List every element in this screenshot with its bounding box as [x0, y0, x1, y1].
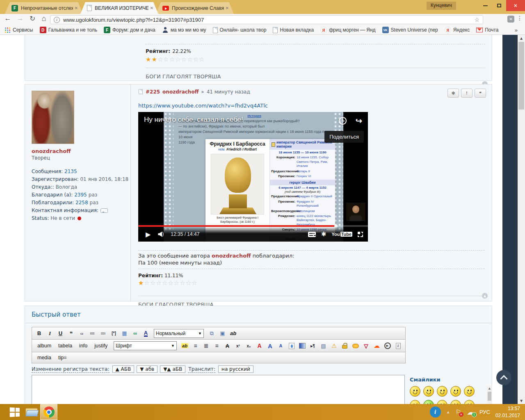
underline-icon[interactable]: U: [55, 329, 66, 338]
smiley-evil[interactable]: [410, 400, 420, 404]
case-button[interactable]: ▲ АБВ: [112, 365, 135, 373]
case-button[interactable]: ▼ абв: [137, 365, 158, 373]
bookmark-item[interactable]: фриц морген — Янд: [320, 27, 375, 33]
page-info-icon[interactable]: i: [54, 17, 60, 23]
close-button[interactable]: ✕: [506, 0, 525, 11]
italic-icon[interactable]: I: [45, 329, 55, 338]
align-right-icon[interactable]: ≡: [212, 341, 222, 351]
rating-star-icon[interactable]: ☆: [192, 279, 197, 287]
page-scrollbar[interactable]: ▲ ▼: [518, 35, 525, 404]
bookmark-item[interactable]: Новая вкладка: [273, 27, 314, 33]
browser-profile-badge[interactable]: Кунцевич: [427, 2, 456, 10]
scrollbar-up-arrow[interactable]: ▲: [518, 35, 525, 41]
smiley-rolleyes[interactable]: [450, 386, 461, 397]
browser-tab[interactable]: Происхождение Славян✕: [156, 2, 234, 14]
rating-star-icon[interactable]: ☆: [162, 279, 168, 287]
smiley-wink[interactable]: [464, 386, 475, 397]
highlight-icon[interactable]: ab: [180, 341, 190, 351]
link-icon[interactable]: ∞: [130, 329, 140, 338]
back-button[interactable]: ←: [2, 14, 13, 23]
thanks-author-link[interactable]: onozdrachoff: [212, 253, 251, 259]
smiley-green[interactable]: [423, 400, 434, 404]
bookmark-item[interactable]: Почта: [476, 27, 498, 33]
browser-tab[interactable]: Непрочитанные отслеж✕: [5, 2, 83, 14]
youtube-player[interactable]: История А это такой был этот Барбаросса,…: [138, 112, 368, 242]
bullet-list-icon[interactable]: ≔: [87, 329, 98, 338]
rating-star-icon[interactable]: ☆: [150, 279, 156, 287]
volume-icon[interactable]: [158, 232, 164, 237]
tab-close-icon[interactable]: ✕: [148, 5, 155, 11]
bookmarks-overflow-chevron[interactable]: »: [515, 27, 521, 33]
media-button[interactable]: media: [34, 354, 55, 361]
quote-icon[interactable]: ❝: [66, 329, 76, 338]
reply-textarea[interactable]: [32, 375, 405, 404]
address-bar[interactable]: i www.ugolokforum.ru/viewtopic.php?f=12&…: [50, 15, 483, 24]
rating-star-icon[interactable]: ☆: [168, 279, 173, 287]
rating-star-icon[interactable]: ★: [146, 56, 151, 63]
list-item-icon[interactable]: [*]: [109, 329, 119, 338]
tray-info-icon[interactable]: i: [430, 406, 441, 418]
browser-tab[interactable]: ВЕЛИКАЯ ИЗОТЕРИЧЕС✕: [80, 2, 158, 14]
quote-button[interactable]: ❝: [475, 89, 486, 98]
tip-button[interactable]: tip=: [55, 354, 70, 361]
rating-star-icon[interactable]: ☆: [158, 56, 163, 63]
player-icon[interactable]: ▶: [382, 341, 393, 351]
youtube-link[interactable]: https://www.youtube.com/watch?v=fhd2vq4A…: [138, 103, 484, 109]
rating-star-icon[interactable]: ☆: [193, 56, 199, 63]
font-larger-icon[interactable]: A: [265, 341, 275, 351]
smiley-smile[interactable]: [450, 400, 461, 404]
rating-star-icon[interactable]: ☆: [174, 279, 180, 287]
translit-button[interactable]: на русский: [218, 365, 253, 373]
rating-star-icon[interactable]: ☆: [180, 279, 185, 287]
tab-close-icon[interactable]: ✕: [73, 5, 80, 11]
tray-hidden-icons-arrow[interactable]: ▲: [446, 410, 450, 414]
copy-icon[interactable]: ⧉: [207, 329, 217, 338]
start-button[interactable]: [7, 404, 23, 420]
bookmark-item[interactable]: ма мэ ми мо му: [162, 27, 206, 33]
align-justify-icon[interactable]: ≣: [201, 341, 211, 351]
profile-field-link[interactable]: 2258: [75, 200, 88, 205]
bookmark-item[interactable]: Форум: дом и дача: [104, 27, 155, 33]
rating-star-icon[interactable]: ☆: [186, 279, 192, 287]
paragraph-style-select[interactable]: Нормальный▼: [154, 329, 204, 338]
infopage-icon[interactable]: i: [393, 341, 403, 351]
direction-icon[interactable]: ▸¶: [308, 341, 318, 351]
smileys-scroll-up-icon[interactable]: ▲: [487, 386, 492, 390]
ab-icon[interactable]: ab: [228, 329, 238, 338]
smiley-lol[interactable]: [423, 386, 434, 397]
bookmark-item[interactable]: Онлайн- школа твор: [213, 27, 267, 33]
smileys-scroll-thumb[interactable]: [488, 392, 491, 401]
smileys-scrollbar[interactable]: ▲: [487, 386, 492, 404]
lock-icon[interactable]: [340, 341, 350, 351]
rating-star-icon[interactable]: ☆: [175, 56, 181, 63]
pm-bubble-icon[interactable]: [100, 208, 108, 213]
address-url[interactable]: www.ugolokforum.ru/viewtopic.php?f=12&p=…: [63, 17, 474, 23]
gray-extension-icon[interactable]: ✕: [507, 16, 514, 23]
smiley-grin[interactable]: [410, 386, 420, 397]
forward-button[interactable]: →: [15, 14, 25, 23]
warning-icon[interactable]: ⚠: [329, 341, 339, 351]
rating-star-icon[interactable]: ☆: [144, 279, 150, 287]
post-number[interactable]: #225: [146, 89, 160, 95]
back-to-top-button[interactable]: [496, 370, 511, 385]
paste-icon[interactable]: ▣: [217, 329, 228, 338]
rating-star-icon[interactable]: ☆: [187, 56, 193, 63]
scrollbar-thumb[interactable]: [518, 42, 524, 110]
bookmark-item[interactable]: Яндекс: [445, 27, 470, 33]
font-smaller-icon[interactable]: A: [276, 341, 286, 351]
avatar[interactable]: [32, 91, 74, 144]
rating-star-icon[interactable]: ★: [138, 279, 144, 287]
rating-star-icon[interactable]: ★: [151, 56, 157, 63]
superscript-icon[interactable]: x²: [233, 341, 243, 351]
justify-button[interactable]: justify: [91, 342, 111, 349]
info-button[interactable]: info: [76, 342, 91, 349]
font-red-icon[interactable]: A: [254, 341, 265, 351]
youtube-logo[interactable]: YouTube: [332, 232, 352, 237]
align-center-icon[interactable]: ≡: [190, 341, 201, 351]
bookmark-item[interactable]: Гальваника и не толь: [40, 27, 97, 33]
float-image-icon[interactable]: ▤: [318, 341, 329, 351]
offtop-icon[interactable]: [350, 341, 361, 351]
fullscreen-icon[interactable]: [358, 232, 363, 237]
smiley-rofl[interactable]: [437, 386, 447, 397]
profile-field-link[interactable]: 2395: [74, 192, 87, 198]
